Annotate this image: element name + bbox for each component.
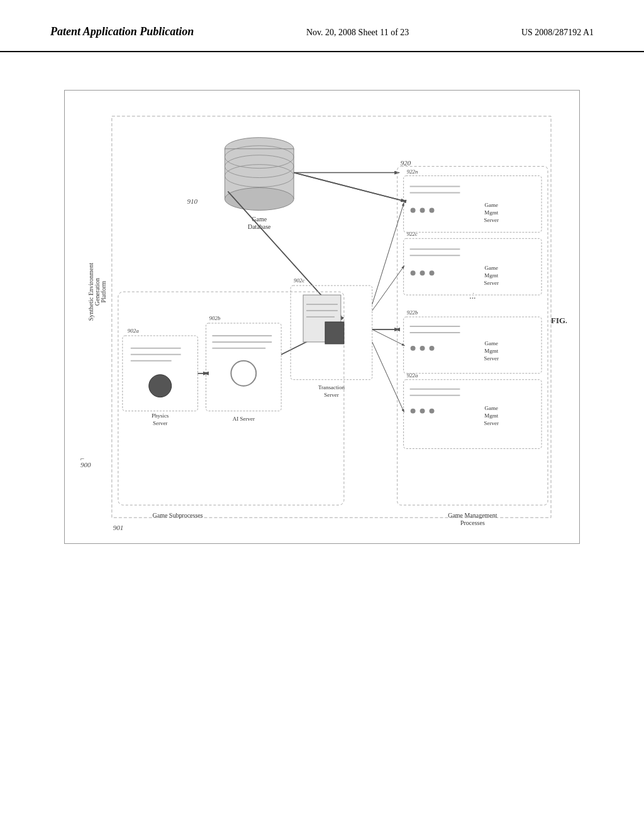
svg-text:922c: 922c: [407, 231, 418, 237]
publication-title: Patent Application Publication: [50, 25, 194, 38]
svg-text:Game Subprocesses: Game Subprocesses: [153, 512, 203, 519]
svg-text:902b: 902b: [209, 315, 220, 321]
outer-box: 900 ⌐ Synthetic Environment Generation P…: [64, 90, 580, 544]
publication-number: US 2008/287192 A1: [521, 28, 594, 38]
svg-text:Game: Game: [252, 216, 267, 223]
svg-point-60: [420, 409, 425, 414]
svg-text:·: ·: [472, 290, 474, 296]
svg-text:Mgmt: Mgmt: [484, 272, 498, 279]
svg-rect-46: [325, 322, 344, 344]
svg-point-83: [430, 270, 435, 275]
svg-text:Mgmt: Mgmt: [484, 348, 498, 354]
svg-text:922n: 922n: [407, 169, 418, 175]
svg-text:Server: Server: [484, 420, 499, 426]
svg-point-93: [430, 208, 435, 213]
svg-point-70: [420, 346, 425, 351]
svg-line-97: [372, 204, 404, 304]
svg-point-71: [430, 346, 435, 351]
svg-rect-77: [404, 238, 541, 295]
svg-text:Processes: Processes: [460, 519, 485, 526]
figure-diagram: 900 ⌐ Synthetic Environment Generation P…: [77, 103, 567, 531]
svg-point-92: [420, 208, 425, 213]
svg-text:Mgmt: Mgmt: [484, 412, 498, 419]
svg-text:910: 910: [187, 197, 198, 205]
svg-line-99: [372, 329, 404, 345]
svg-text:Server: Server: [484, 355, 499, 362]
svg-text:901: 901: [113, 524, 123, 531]
svg-rect-29: [206, 323, 281, 411]
svg-text:Platform: Platform: [100, 280, 107, 302]
svg-text:Game: Game: [485, 265, 498, 271]
svg-rect-65: [404, 317, 541, 374]
svg-text:922a: 922a: [407, 372, 418, 379]
svg-text:922b: 922b: [407, 309, 418, 316]
svg-text:Game Management: Game Management: [448, 512, 497, 519]
svg-text:902a: 902a: [128, 328, 139, 334]
svg-text:Game: Game: [485, 405, 498, 411]
svg-text:FIG. 9: FIG. 9: [551, 316, 567, 325]
svg-text:Game: Game: [485, 202, 498, 208]
svg-point-26: [149, 375, 172, 397]
svg-rect-55: [404, 380, 541, 449]
svg-text:Transaction: Transaction: [318, 384, 345, 390]
svg-rect-51: [397, 167, 548, 506]
svg-text:920: 920: [401, 159, 411, 167]
svg-point-59: [411, 409, 416, 414]
svg-rect-21: [123, 336, 198, 411]
diagram-container: 900 ⌐ Synthetic Environment Generation P…: [64, 90, 580, 544]
svg-text:⌐: ⌐: [80, 455, 84, 462]
svg-text:AI Server: AI Server: [233, 416, 255, 422]
svg-line-102: [294, 173, 404, 201]
svg-point-69: [411, 346, 416, 351]
svg-point-61: [430, 409, 435, 414]
svg-text:Game: Game: [485, 340, 498, 346]
svg-point-34: [231, 361, 256, 386]
svg-line-100: [372, 342, 404, 411]
svg-text:Server: Server: [153, 420, 167, 426]
svg-rect-87: [404, 176, 541, 233]
svg-text:902c: 902c: [294, 277, 304, 284]
svg-text:Mgmt: Mgmt: [484, 209, 498, 216]
svg-point-82: [420, 270, 425, 275]
svg-text:Server: Server: [484, 217, 499, 223]
svg-point-91: [411, 208, 416, 213]
svg-text:Server: Server: [484, 280, 499, 286]
svg-point-81: [411, 270, 416, 275]
publication-date-sheet: Nov. 20, 2008 Sheet 11 of 23: [306, 28, 409, 38]
svg-text:Server: Server: [324, 392, 338, 398]
page-header: Patent Application Publication Nov. 20, …: [0, 0, 644, 52]
svg-text:Physics: Physics: [152, 412, 169, 419]
